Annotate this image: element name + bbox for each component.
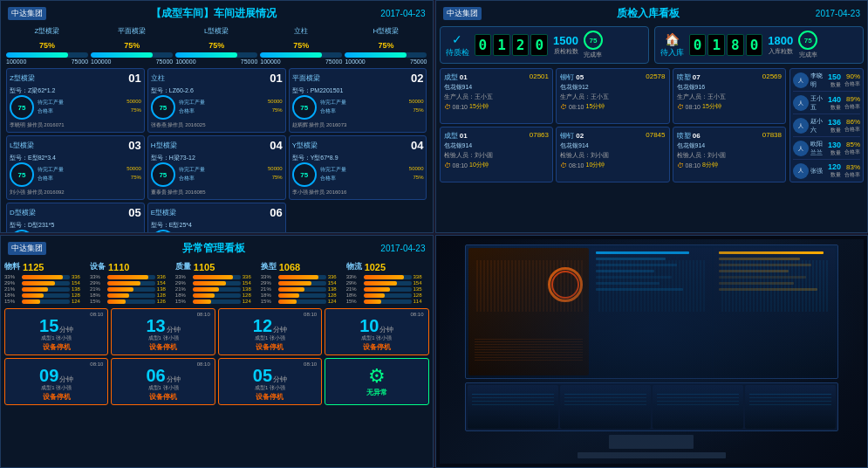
- gauge-4: 75: [151, 162, 175, 187]
- alert-card-4: 08:10 09 分钟 成型1 张小强 设备停机: [4, 358, 108, 405]
- alert-card-normal: ⚙ 无异常: [325, 358, 428, 405]
- anomaly-categories: 物料 1125 33% 336 29% 154 21% 138 18%: [4, 261, 429, 304]
- panel2-logo: 中达集团: [443, 7, 482, 20]
- worker-row-4: 人 张强 120 数量 83% 合格率: [793, 162, 860, 179]
- gauge-0: 75: [10, 95, 34, 120]
- panel3-header: 中达集团 异常管理看板 2017-04-23: [4, 239, 429, 258]
- qc-card-0: 成型 01 02501 包花银914 生产人员：王小五 ⏱ 08:10 15分钟: [440, 68, 554, 124]
- qc-rate-circle: 75: [584, 31, 603, 50]
- gear-spin-icon: ⚙: [368, 367, 386, 386]
- alert-card-2: 08:10 12 分钟 成型1 张小强 设备停机: [218, 308, 322, 355]
- avatar-1: 人: [793, 95, 809, 111]
- storage-pending-section: 🏠 待入库 0 1 8 0 1800 入库粒数 75 完成率: [654, 26, 864, 64]
- machine-card-1: 立柱 01 型号：LZ60-2.6 75 待完工产量 50000 合格率 75%: [147, 68, 286, 133]
- gauge-1: 75: [151, 95, 175, 120]
- anomaly-cat-quality: 质量 1105 33% 336 29% 154 21% 138 18%: [175, 261, 258, 304]
- progress-fill-0: [6, 52, 68, 58]
- qc-content-area: 成型 01 02501 包花银914 生产人员：王小五 ⏱ 08:10 15分钟…: [440, 68, 865, 182]
- gauge-3: 75: [10, 162, 34, 187]
- clock-icon-1: ⏱: [560, 103, 567, 111]
- avatar-2: 人: [793, 118, 809, 134]
- worker-row-1: 人 王小五 140 数量 89% 合格率: [793, 94, 860, 114]
- progress-pillar: 立柱 75% 100000 75000: [260, 26, 342, 65]
- machine-card-6: D型横梁 05 型号：D型231*5 75 待完工产量 50000 合格率 75…: [6, 203, 145, 233]
- alert-card-1: 08:10 13 分钟 成型1 张小强 设备停机: [111, 308, 215, 355]
- progress-h-beam: H型横梁 75% 100000 75000: [345, 26, 427, 65]
- screen-col-right: [714, 248, 835, 375]
- anomaly-cat-equipment: 设备 1110 33% 336 29% 154 21% 138 18%: [90, 261, 173, 304]
- worker-row-2: 人 赵小六 136 数量 86% 合格率: [793, 117, 860, 137]
- qc-card-3: 成型 01 07863 包花银914 检验人员：刘小圆 ⏱ 08:10 10分钟: [440, 127, 554, 182]
- panel3-logo: 中达集团: [8, 242, 46, 255]
- sub-screens: [465, 382, 838, 432]
- qc-shield-icon: ✓: [452, 32, 462, 46]
- machine-card-0: Z型横梁 01 型号：Z梁62*1.2 75 待完工产量 50000 合格率 7…: [6, 68, 145, 133]
- anomaly-cat-logistics: 物流 1025 33% 338 29% 154 21% 135 18%: [346, 261, 429, 304]
- clock-icon-5: ⏱: [677, 162, 684, 169]
- panel3-date: 2017-04-23: [380, 244, 425, 253]
- machine-card-2: 平面横梁 02 型号：PM2201501 75 待完工产量 50000 合格率 …: [289, 68, 427, 133]
- machine-card-5: Y型横梁 04 型号：Y型67*8.9 75 待完工产量 50000 合格率 7…: [289, 135, 427, 200]
- sub-screen-2: [653, 385, 743, 430]
- sub-screen-3: [745, 385, 836, 430]
- main-screen: [465, 244, 838, 379]
- alert-card-3: 08:10 10 分钟 成型1 张小强 设备停机: [325, 308, 428, 355]
- anomaly-cat-changeover: 换型 1068 33% 336 29% 154 21% 138 18%: [261, 261, 344, 304]
- panel1-date: 2017-04-23: [380, 9, 425, 18]
- clock-icon-0: ⏱: [444, 103, 451, 111]
- alert-cards-row2: 08:10 09 分钟 成型1 张小强 设备停机 08:10 06 分钟 成型1…: [4, 358, 429, 405]
- qc-card-2: 喷塑 07 02569 包花银916 生产人员：王小五 ⏱ 08:10 15分钟: [673, 68, 787, 124]
- screen-stand: [609, 435, 694, 448]
- worker-row-0: 人 李晓明 150 数量 90% 合格率: [793, 72, 860, 92]
- progress-label-0: Z型横梁: [6, 26, 88, 36]
- progress-bars-row: Z型横梁 75% 100000 75000 平面横梁 75% 100000 75…: [4, 26, 429, 65]
- clock-icon-2: ⏱: [677, 103, 684, 111]
- progress-z-beam: Z型横梁 75% 100000 75000: [6, 26, 88, 65]
- gauge-5: 75: [292, 162, 317, 187]
- qc-pending-section: ✓ 待质检 0 1 2 0 1500 质检粒数 75 完成率: [440, 26, 649, 64]
- alert-card-0: 08:10 15 分钟 成型1 张小强 设备停机: [4, 308, 108, 355]
- qc-card-5: 喷塑 06 07838 包花银914 检验人员：刘小圆 ⏱ 08:10 8分钟: [673, 127, 787, 182]
- progress-l-beam: L型横梁 75% 100000 75000: [175, 26, 257, 65]
- avatar-3: 人: [793, 141, 809, 156]
- panel1-logo: 中达集团: [8, 7, 46, 20]
- photo-panel: [435, 235, 869, 468]
- qc-card-1: 铆钉 05 02578 包花银912 生产人员：王小五 ⏱ 08:10 15分钟: [556, 68, 670, 124]
- panel1-header: 中达集团 【成型车间】车间进展情况 2017-04-23: [4, 4, 429, 23]
- progress-flat-beam: 平面横梁 75% 100000 75000: [91, 26, 173, 65]
- gauge-sim-0: [548, 267, 583, 302]
- anomaly-panel: 中达集团 异常管理看板 2017-04-23 物料 1125 33% 336 2…: [0, 235, 434, 468]
- avatar-0: 人: [793, 72, 809, 88]
- storage-rate-circle: 75: [798, 31, 817, 50]
- clock-icon-3: ⏱: [444, 162, 451, 169]
- panel3-title: 异常管理看板: [46, 241, 380, 256]
- dashboard-photo: [440, 239, 865, 464]
- alert-card-6: 08:10 05 分钟 成型1 张小强 设备停机: [218, 358, 322, 405]
- panel1-title: 【成型车间】车间进展情况: [46, 6, 380, 21]
- progress-track-0: [6, 52, 88, 58]
- qc-panel: 中达集团 质检入库看板 2017-04-23 ✓ 待质检 0 1 2 0 150…: [435, 0, 869, 233]
- gauge-6: 75: [10, 230, 34, 233]
- qc-cards-grid: 成型 01 02501 包花银914 生产人员：王小五 ⏱ 08:10 15分钟…: [440, 68, 787, 182]
- alert-cards-row1: 08:10 15 分钟 成型1 张小强 设备停机 08:10 13 分钟 成型1…: [4, 308, 429, 355]
- storage-house-icon: 🏠: [665, 32, 680, 46]
- screen-col-left: [468, 248, 590, 375]
- alert-card-5: 08:10 06 分钟 成型1 张小强 设备停机: [111, 358, 215, 405]
- gauge-7: 75: [151, 230, 175, 233]
- screen-col-mid: [591, 248, 712, 375]
- sub-screen-1: [560, 385, 651, 430]
- machine-card-4: H型横梁 04 型号：H梁73-12 75 待完工产量 50000 合格率 75…: [147, 135, 286, 200]
- qc-card-4: 铆钉 02 07845 包花银914 检验人员：刘小圆 ⏱ 08:10 10分钟: [556, 127, 670, 182]
- screen-base: [578, 452, 726, 459]
- worker-stats-panel: 人 李晓明 150 数量 90% 合格率 人 王小五: [789, 68, 864, 182]
- machine-card-7: E型横梁 06 型号：E型25*4 75 待完工产量 50000 合格率 75%: [147, 203, 286, 233]
- worker-row-3: 人 欧阳兰兰 130 数量 85% 合格率: [793, 140, 860, 160]
- storage-pending-digits: 0 1 8 0: [689, 34, 763, 56]
- qc-stats-row: ✓ 待质检 0 1 2 0 1500 质检粒数 75 完成率 🏠 待入库: [440, 26, 865, 64]
- panel2-header: 中达集团 质检入库看板 2017-04-23: [440, 4, 865, 23]
- machine-grid: Z型横梁 01 型号：Z梁62*1.2 75 待完工产量 50000 合格率 7…: [4, 68, 429, 233]
- anomaly-cat-material: 物料 1125 33% 336 29% 154 21% 138 18%: [4, 261, 87, 304]
- panel2-date: 2017-04-23: [816, 9, 860, 18]
- gauge-2: 75: [292, 95, 317, 120]
- clock-icon-4: ⏱: [560, 162, 567, 169]
